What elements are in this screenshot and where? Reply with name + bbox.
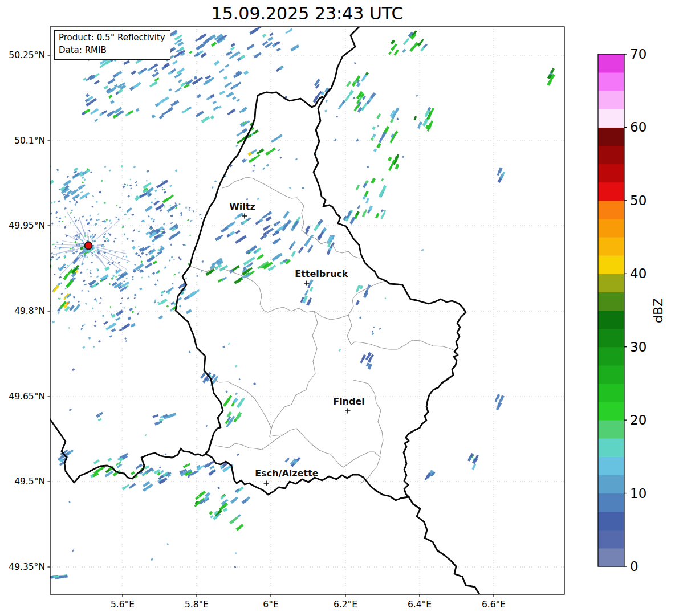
city-marker (304, 281, 310, 286)
y-tick-label: 49.65°N (9, 391, 45, 402)
x-tick-label: 6°E (263, 599, 278, 610)
y-tick-label: 49.5°N (14, 476, 45, 487)
precipitation-layer (47, 26, 555, 580)
radar-site-marker (85, 242, 92, 250)
colorbar-tick-label: 60 (630, 120, 646, 134)
radar-map-plot: WiltzEttelbruckFindelEsch/Alzette 5.6°E5… (0, 0, 675, 616)
axis-ticks-and-labels: 5.6°E5.8°E6°E6.2°E6.4°E6.6°E50.25°N50.1°… (9, 50, 506, 610)
gridlines (50, 27, 564, 594)
y-tick-label: 50.25°N (9, 50, 45, 60)
product-info-box: Product: 0.5° Reflectivity Data: RMIB (54, 30, 170, 60)
city-marker (264, 481, 269, 486)
radar-figure: 15.09.2025 23:43 UTC Product: 0.5° Refle… (0, 0, 675, 616)
colorbar-tick-label: 10 (630, 486, 646, 501)
colorbar-tick-label: 70 (630, 47, 646, 62)
y-tick-label: 49.35°N (9, 562, 45, 572)
region-borders (190, 177, 454, 483)
y-tick-label: 49.8°N (14, 306, 45, 316)
product-info-line2: Data: RMIB (59, 44, 165, 57)
x-tick-label: 6.6°E (482, 599, 506, 610)
colorbar-tick-label: 0 (630, 559, 639, 574)
city-label: Esch/Alzette (255, 468, 319, 479)
city-marker (345, 409, 351, 414)
y-tick-label: 49.95°N (9, 221, 45, 231)
x-tick-label: 6.4°E (408, 599, 432, 610)
y-tick-label: 50.1°N (14, 136, 45, 146)
x-tick-label: 6.2°E (334, 599, 357, 610)
colorbar: 010203040506070 (598, 47, 646, 574)
city-label: Wiltz (229, 201, 255, 212)
colorbar-tick-label: 30 (630, 340, 646, 354)
colorbar-tick-label: 50 (630, 193, 646, 208)
plot-frame (50, 27, 564, 594)
city-label: Ettelbruck (295, 268, 348, 279)
city-labels: WiltzEttelbruckFindelEsch/Alzette (229, 201, 365, 486)
colorbar-tick-label: 40 (630, 266, 646, 281)
city-label: Findel (333, 396, 365, 407)
x-tick-label: 5.8°E (185, 599, 209, 610)
colorbar-axis-label: dBZ (651, 298, 665, 323)
radar-clutter-layer (0, 165, 204, 331)
x-tick-label: 5.6°E (111, 599, 135, 610)
product-info-line1: Product: 0.5° Reflectivity (59, 32, 165, 44)
colorbar-tick-label: 20 (630, 413, 646, 427)
